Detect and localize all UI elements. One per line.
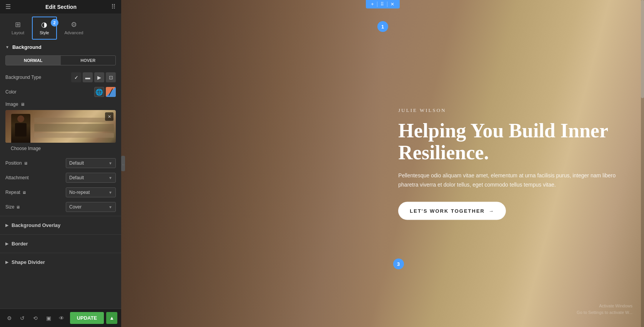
tab-style[interactable]: ◑ Style 2 [32,17,57,40]
color-label: Color [5,89,17,95]
background-type-label: Background Type [5,75,41,80]
right-panel: + ⠿ ✕ 1 JULIE WILSON Helping You Build I… [121,0,644,327]
attachment-dropdown[interactable]: Default ▼ [66,173,116,183]
border-section[interactable]: ▶ Border [0,236,121,251]
preview-close-button[interactable]: ✕ [389,2,396,7]
preview-move-button[interactable]: ⠿ [379,2,385,7]
hero-body: Pellentesque odio aliquam vitae amet, el… [398,171,618,190]
bg-type-none-icon[interactable]: ✓ [71,72,81,82]
repeat-responsive-icon: 🖥 [22,190,26,195]
section-divider-3 [0,253,121,253]
repeat-label: Repeat 🖥 [5,190,26,195]
style-badge: 2 [51,19,58,27]
section-divider-2 [0,234,121,235]
hamburger-icon[interactable]: ☰ [5,3,11,10]
hero-cta-arrow: → [489,208,494,214]
panel-topbar: ☰ Edit Section ⠿ [0,0,121,13]
position-value: Default [69,160,84,166]
image-label: Image [5,102,18,107]
shape-divider-section[interactable]: ▶ Shape Divider [0,255,121,270]
color-controls: 🌐 ╱ [94,87,116,97]
image-preview-container: ✕ Choose Image [5,110,116,154]
hero-cta-label: LET'S WORK TOGETHER [410,208,485,214]
size-dropdown[interactable]: Cover ▼ [66,202,116,212]
hero-subtitle: JULIE WILSON [398,107,618,113]
bg-type-slideshow-icon[interactable]: ⊡ [106,72,116,82]
hero-title: Helping You Build Inner Resilience. [398,120,618,164]
layout-icon: ⊞ [15,20,21,29]
size-label: Size 🖥 [5,204,20,210]
hover-button[interactable]: HOVER [61,56,116,65]
size-dropdown-arrow: ▼ [108,205,112,209]
update-arrow-button[interactable]: ▲ [106,312,117,324]
update-button[interactable]: UPDATE [70,312,104,324]
watermark: Activate Windows Go to Settings to activ… [577,303,632,315]
scrollbar-thumb[interactable] [641,0,644,98]
panel-content: ▼ Background NORMAL HOVER Background Typ… [0,40,121,327]
image-label-row: Image 🖥 [0,99,121,108]
normal-button[interactable]: NORMAL [6,56,61,65]
size-row: Size 🖥 Cover ▼ [0,200,121,214]
toolbar-divider-2 [387,2,387,7]
position-dropdown-arrow: ▼ [108,161,112,165]
section-divider-1 [0,216,121,216]
normal-hover-bar: NORMAL HOVER [5,55,116,65]
responsive-bottom-icon[interactable]: ▣ [43,313,54,324]
panel-title: Edit Section [45,4,77,10]
hero-left-overlay [121,0,383,327]
style-icon: ◑ [41,20,47,29]
position-label: Position 🖥 [5,160,28,166]
preview-toolbar: + ⠿ ✕ [365,0,399,8]
badge-3: 3 [393,259,404,269]
background-overlay-section[interactable]: ▶ Background Overlay [0,218,121,233]
settings-bottom-icon[interactable]: ⚙ [4,313,15,324]
position-dropdown[interactable]: Default ▼ [66,158,116,168]
background-type-row: Background Type ✓ ▬ ▶ ⊡ [0,70,121,85]
choose-image-button[interactable]: Choose Image [5,143,116,154]
tab-style-label: Style [40,30,49,35]
repeat-row: Repeat 🖥 No-repeat ▼ [0,185,121,200]
image-preview: ✕ [5,110,116,143]
toolbar-divider-1 [377,2,377,7]
background-section-header[interactable]: ▼ Background [0,40,121,54]
hero-cta-button[interactable]: LET'S WORK TOGETHER → [398,202,506,220]
background-type-controls: ✓ ▬ ▶ ⊡ [71,72,116,82]
tab-advanced-label: Advanced [65,30,83,35]
resize-handle[interactable]: ‥ [121,156,125,171]
scrollbar-track [641,0,644,327]
eye-bottom-icon[interactable]: 👁 [56,313,67,324]
color-picker-icon[interactable]: ╱ [106,87,116,97]
repeat-dropdown[interactable]: No-repeat ▼ [66,187,116,197]
size-value: Cover [69,204,82,210]
tab-layout-label: Layout [12,30,24,35]
hero-content: JULIE WILSON Helping You Build Inner Res… [398,107,618,220]
preview-add-button[interactable]: + [369,2,375,7]
image-delete-icon[interactable]: ✕ [105,112,113,121]
left-panel: ☰ Edit Section ⠿ ⊞ Layout ◑ Style 2 ⚙ Ad… [0,0,121,327]
badge-1: 1 [377,21,388,32]
overlay-chevron-icon: ▶ [5,223,8,227]
color-global-icon[interactable]: 🌐 [94,87,104,97]
border-section-title: Border [12,241,28,247]
undo-bottom-icon[interactable]: ⟲ [30,313,41,324]
image-person-silhouette [11,114,30,143]
attachment-dropdown-arrow: ▼ [108,176,112,180]
attachment-value: Default [69,175,84,180]
repeat-dropdown-arrow: ▼ [108,190,112,195]
color-row: Color 🌐 ╱ [0,85,121,99]
attachment-row: Attachment Default ▼ [0,170,121,185]
history-bottom-icon[interactable]: ↺ [17,313,28,324]
size-responsive-icon: 🖥 [16,205,20,209]
tab-layout[interactable]: ⊞ Layout [4,17,32,40]
bg-type-classic-icon[interactable]: ▬ [83,72,93,82]
shape-divider-chevron-icon: ▶ [5,260,8,264]
panel-bottom: ⚙ ↺ ⟲ ▣ 👁 UPDATE ▲ [0,309,121,327]
advanced-icon: ⚙ [71,20,77,29]
bg-type-video-icon[interactable]: ▶ [94,72,104,82]
grid-icon[interactable]: ⠿ [111,3,116,10]
attachment-label: Attachment [5,175,29,180]
position-row: Position 🖥 Default ▼ [0,156,121,170]
tab-advanced[interactable]: ⚙ Advanced [57,17,91,40]
border-chevron-icon: ▶ [5,242,8,246]
background-chevron-icon: ▼ [5,45,9,49]
